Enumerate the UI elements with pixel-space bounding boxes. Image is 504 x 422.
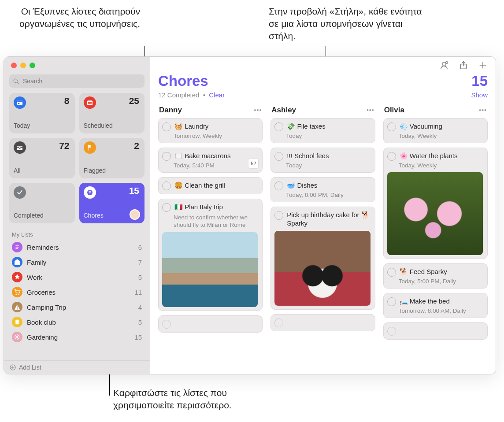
complete-checkbox[interactable]: [162, 203, 171, 212]
reminder-card[interactable]: 🌸 Water the plantsToday, Weekly: [383, 148, 488, 259]
reminder-title: 💨 Vacuuming: [400, 122, 442, 130]
tile-flagged-label: Flagged: [84, 167, 140, 174]
list-count: 6: [138, 244, 142, 251]
tile-completed[interactable]: Completed: [9, 183, 75, 223]
reminder-card[interactable]: 🍔 Clean the grill: [158, 177, 263, 194]
column-title: Ashley: [271, 106, 296, 115]
sidebar-list-groceries[interactable]: Groceries11: [7, 285, 147, 300]
share-button[interactable]: [459, 60, 468, 70]
tile-all[interactable]: 72 All: [9, 138, 75, 178]
reminder-card[interactable]: Pick up birthday cake for 🐕 Sparky: [271, 207, 375, 310]
search-field[interactable]: [9, 74, 145, 88]
add-reminder-button[interactable]: [478, 60, 488, 70]
reminder-card[interactable]: 💨 VacuumingToday, Weekly: [383, 118, 488, 143]
complete-checkbox[interactable]: [387, 297, 396, 306]
checkmark-icon: [14, 186, 26, 199]
reminder-card[interactable]: 🧺 LaundryTomorrow, Weekly: [158, 118, 263, 143]
sidebar-list-reminders[interactable]: Reminders6: [7, 240, 147, 255]
complete-checkbox[interactable]: [274, 181, 283, 190]
complete-checkbox[interactable]: [387, 327, 396, 336]
list-color-icon: [12, 287, 22, 297]
tile-today[interactable]: 8 Today: [9, 93, 75, 133]
complete-checkbox[interactable]: [387, 152, 396, 161]
new-reminder-placeholder[interactable]: [383, 322, 488, 340]
complete-checkbox[interactable]: [162, 320, 171, 329]
svg-point-15: [16, 294, 17, 295]
svg-rect-4: [18, 103, 19, 104]
sidebar-list-work[interactable]: Work5: [7, 270, 147, 285]
complete-checkbox[interactable]: [274, 318, 283, 327]
tray-icon: [14, 141, 26, 154]
complete-checkbox[interactable]: [387, 268, 396, 277]
show-completed-button[interactable]: Show: [471, 91, 488, 99]
column-more-button[interactable]: •••: [254, 107, 262, 114]
complete-checkbox[interactable]: [274, 122, 283, 131]
reminder-card[interactable]: 🛏️ Make the bedTomorrow, 8:00 AM, Daily: [383, 293, 488, 318]
reminder-card[interactable]: 💸 File taxesToday: [271, 118, 375, 143]
clear-completed-button[interactable]: Clear: [209, 91, 225, 99]
complete-checkbox[interactable]: [162, 122, 171, 131]
column-ashley: Ashley•••💸 File taxesToday!!! School fee…: [271, 104, 375, 372]
list-name: Groceries: [27, 289, 134, 296]
reminder-subtitle: Today, Weekly: [399, 133, 483, 139]
reminder-card[interactable]: !!! School feesToday: [271, 148, 375, 173]
search-input[interactable]: [22, 77, 141, 85]
tile-chores[interactable]: 15 Chores: [79, 183, 145, 223]
list-count: 5: [138, 318, 142, 326]
list-color-icon: [12, 317, 22, 327]
reminder-title: !!! School fees: [287, 152, 329, 160]
reminder-title: 🐕 Feed Sparky: [400, 267, 447, 276]
close-window[interactable]: [11, 63, 17, 68]
reminder-card[interactable]: 🥣 DishesToday, 8:00 PM, Daily: [271, 177, 375, 202]
minimize-window[interactable]: [20, 63, 26, 68]
my-lists: Reminders6Family7Work5Groceries11Camping…: [4, 240, 150, 344]
list-name: Camping Trip: [27, 304, 138, 311]
column-more-button[interactable]: •••: [367, 107, 374, 114]
reminder-card[interactable]: 🇮🇹 Plan Italy tripNeed to confirm whethe…: [158, 199, 263, 311]
reminder-card[interactable]: 🍽️ Bake macaronsToday, 5:40 PM52: [158, 148, 263, 173]
plus-circle-icon: [9, 364, 16, 371]
list-color-icon: [12, 257, 22, 267]
complete-checkbox[interactable]: [162, 152, 171, 161]
add-list-button[interactable]: Add List: [4, 360, 150, 374]
zoom-window[interactable]: [30, 63, 35, 68]
svg-rect-11: [89, 194, 90, 194]
column-more-button[interactable]: •••: [479, 107, 487, 114]
share-collaborate-button[interactable]: [439, 60, 449, 70]
reminder-image: [162, 232, 258, 307]
flag-icon: [84, 141, 96, 154]
complete-checkbox[interactable]: [274, 211, 283, 220]
reminder-card[interactable]: 🐕 Feed SparkyToday, 5:00 PM, Daily: [383, 263, 488, 289]
tile-flagged[interactable]: 2 Flagged: [79, 138, 145, 178]
complete-checkbox[interactable]: [162, 181, 171, 190]
sidebar-list-camping-trip[interactable]: Camping Trip4: [7, 300, 147, 315]
svg-point-20: [442, 62, 446, 66]
reminder-subtitle: Today: [286, 133, 370, 139]
sidebar-list-book-club[interactable]: Book club5: [7, 315, 147, 329]
sidebar-list-family[interactable]: Family7: [7, 255, 147, 270]
svg-rect-14: [15, 248, 18, 249]
tile-completed-label: Completed: [14, 212, 70, 219]
svg-line-1: [17, 82, 19, 84]
reminder-subtitle: Today, 8:00 PM, Daily: [286, 192, 370, 198]
smart-list-tiles: 8 Today 25 Scheduled 72 All: [4, 93, 150, 228]
svg-point-16: [19, 294, 19, 295]
tile-scheduled[interactable]: 25 Scheduled: [79, 93, 145, 133]
svg-rect-6: [88, 102, 92, 103]
svg-rect-5: [87, 100, 93, 105]
complete-checkbox[interactable]: [387, 122, 396, 131]
new-reminder-placeholder[interactable]: [158, 315, 263, 333]
svg-point-18: [16, 336, 19, 338]
list-name: Reminders: [27, 244, 138, 251]
sidebar-list-gardening[interactable]: Gardening15: [7, 329, 147, 344]
completed-count: 12 Completed: [158, 91, 199, 99]
new-reminder-placeholder[interactable]: [271, 314, 375, 331]
list-item-count: 15: [471, 73, 488, 89]
list-count: 4: [138, 304, 142, 311]
reminder-title: 🧺 Laundry: [174, 122, 208, 130]
reminder-subtitle: Today, Weekly: [399, 162, 483, 169]
sidebar: 8 Today 25 Scheduled 72 All: [4, 57, 150, 374]
column-danny: Danny•••🧺 LaundryTomorrow, Weekly🍽️ Bake…: [158, 104, 263, 372]
callout-column-view: Στην προβολή «Στήλη», κάθε ενότητα σε μι…: [269, 5, 427, 42]
complete-checkbox[interactable]: [274, 152, 283, 161]
